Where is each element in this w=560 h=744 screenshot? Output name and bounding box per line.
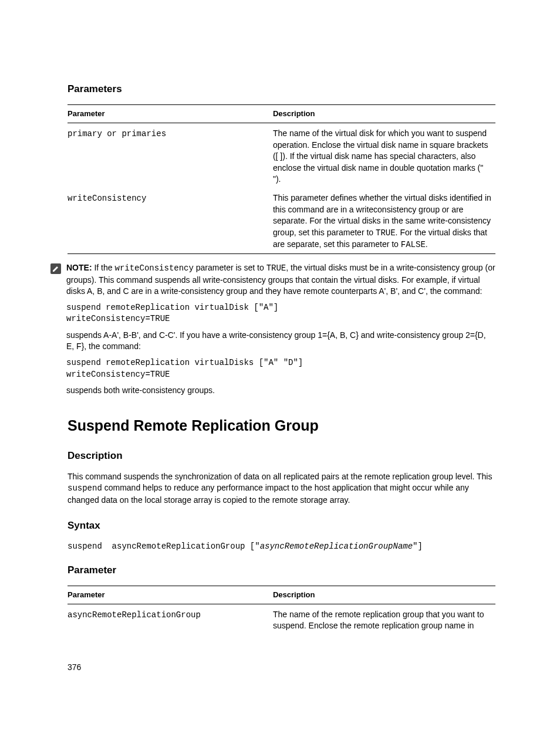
table-row: primary or primaries The name of the vir… xyxy=(68,123,495,187)
param-desc: The name of the remote replication group… xyxy=(273,604,495,634)
description-text: This command suspends the synchronizatio… xyxy=(68,471,495,506)
note-para: suspends both write-consistency groups. xyxy=(66,385,495,397)
param-name: writeConsistency xyxy=(68,194,146,203)
col-parameter: Parameter xyxy=(68,104,273,123)
param-name: asyncRemoteReplicationGroup xyxy=(68,610,201,620)
table-row: asyncRemoteReplicationGroup The name of … xyxy=(68,604,495,634)
note-para: suspends A-A', B-B', and C-C'. If you ha… xyxy=(66,330,495,353)
param-name: primary or primaries xyxy=(68,129,166,138)
param-desc: The name of the virtual disk for which y… xyxy=(273,123,495,187)
parameters-heading: Parameters xyxy=(68,82,495,96)
parameter-table: Parameter Description asyncRemoteReplica… xyxy=(68,586,495,634)
note-block: NOTE: If the writeConsistency parameter … xyxy=(50,262,495,401)
topic-title: Suspend Remote Replication Group xyxy=(68,415,495,436)
table-row: writeConsistency This parameter defines … xyxy=(68,188,495,253)
param-desc: This parameter defines whether the virtu… xyxy=(273,188,495,253)
parameter-heading: Parameter xyxy=(68,563,495,577)
page-number: 376 xyxy=(68,662,81,674)
note-body: NOTE: If the writeConsistency parameter … xyxy=(66,262,495,401)
note-pencil-icon xyxy=(50,263,62,278)
parameters-table: Parameter Description primary or primari… xyxy=(68,104,495,254)
description-heading: Description xyxy=(68,449,495,463)
note-label: NOTE: xyxy=(66,263,94,272)
code-block: suspend remoteReplication virtualDisks [… xyxy=(66,357,495,380)
code-block: suspend remoteReplication virtualDisk ["… xyxy=(66,302,495,325)
col-parameter: Parameter xyxy=(68,586,273,604)
syntax-heading: Syntax xyxy=(68,519,495,533)
col-description: Description xyxy=(273,104,495,123)
document-page: Parameters Parameter Description primary… xyxy=(0,0,560,744)
syntax-code: suspend asyncRemoteReplicationGroup ["as… xyxy=(68,541,495,553)
col-description: Description xyxy=(273,586,495,604)
